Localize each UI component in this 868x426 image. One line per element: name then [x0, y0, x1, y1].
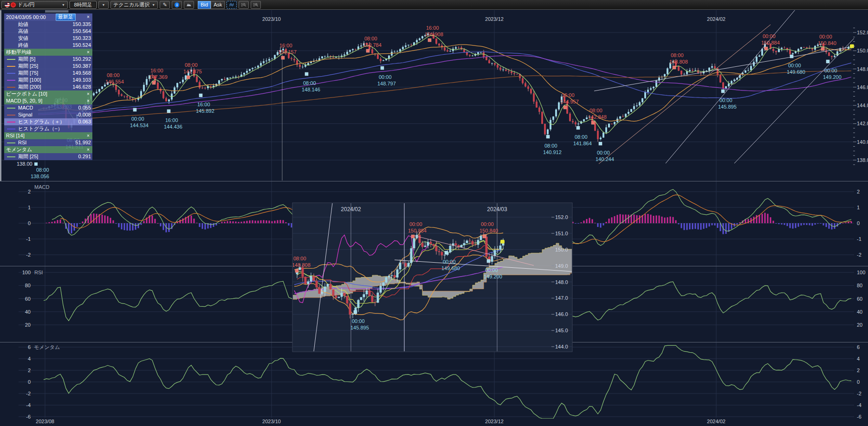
series-color-swatch — [7, 129, 15, 129]
annotation-time: 16:00 — [426, 25, 439, 31]
panel-drag-handle[interactable] — [45, 10, 68, 13]
annotation-price: 141.864 — [573, 141, 592, 146]
zoom-in-button[interactable] — [251, 1, 261, 9]
price-axis-label: 150.0 — [857, 48, 868, 53]
section-label: MACD [5, 20, 9] — [6, 97, 42, 104]
date-label-bottom: 2023/08 — [36, 419, 54, 424]
annotation-price: 148.808 — [292, 262, 311, 268]
left-price-tag: 138.0008:00138.056 — [17, 161, 49, 179]
row-label: ヒストグラム（＋） — [18, 118, 65, 125]
timeframe-dropdown-button[interactable]: ▼ — [98, 1, 109, 9]
axis-label: 0 — [28, 379, 31, 385]
close-icon[interactable]: × — [85, 132, 91, 139]
trend-line[interactable] — [599, 25, 771, 164]
series-color-swatch — [7, 73, 15, 74]
legend-row-2: 高値150.564 — [4, 28, 92, 35]
rsi-pane-label: RSI — [34, 270, 43, 275]
trend-line[interactable] — [734, 32, 860, 163]
inset-price-label: 147.0 — [555, 295, 568, 301]
row-label: 始値 — [18, 21, 28, 28]
pencil-icon: ✎ — [163, 2, 167, 8]
row-value: 51.992 — [75, 139, 91, 146]
currency-pair-selector[interactable]: ドル/円 ▼ — [1, 1, 68, 9]
close-icon[interactable]: × — [85, 97, 91, 104]
axis-label: 1 — [28, 205, 31, 210]
date-label-top: 2023/12 — [485, 16, 504, 22]
main-price-pane[interactable]: 08:00146.55416:00147.36908:00147.87516:0… — [0, 9, 860, 181]
inset-date-label: 2024/03 — [487, 206, 507, 213]
current-bar-datetime: 2024/03/05 00:00 — [6, 13, 46, 21]
date-label-top: 2023/10 — [262, 16, 281, 22]
axis-label: 6 — [857, 344, 860, 350]
close-icon[interactable]: × — [85, 90, 91, 97]
series-color-swatch — [7, 108, 15, 109]
axis-label: -2 — [857, 391, 862, 396]
annotation-time: 08:00 — [185, 62, 198, 68]
chart-type-button[interactable] — [227, 1, 237, 9]
chart-area[interactable]: 08:00146.55416:00147.36908:00147.87516:0… — [0, 0, 868, 426]
row-label: ヒストグラム（−） — [18, 125, 63, 132]
row-label: 終値 — [18, 42, 28, 49]
close-icon[interactable]: × — [85, 49, 91, 56]
chart-annotation: 00:00145.895 — [718, 90, 737, 110]
chart-annotation: 08:00141.864 — [573, 126, 592, 146]
chart-annotation: 08:00142.848 — [588, 108, 607, 124]
legend-row-7: 期間 [25]150.387 — [4, 63, 92, 70]
row-value: -0.008 — [77, 111, 91, 118]
date-label-bottom: 2024/02 — [707, 419, 725, 424]
zoom-out-button[interactable] — [239, 1, 249, 9]
row-label: MACD — [18, 104, 33, 111]
zoom-in-icon — [253, 2, 258, 8]
inset-price-label: 145.0 — [555, 328, 568, 333]
axis-label: -2 — [857, 252, 862, 258]
latest-bar-button[interactable]: 最新足 — [56, 13, 76, 21]
price-axis-label: 152.0 — [857, 30, 868, 35]
bid-button[interactable]: Bid — [198, 1, 211, 9]
price-axis-label: 148.0 — [857, 66, 868, 72]
close-icon[interactable]: × — [85, 146, 91, 153]
legend-row-18: RSI51.992 — [4, 139, 92, 146]
technical-select-button[interactable]: テクニカル選択 ▼ — [110, 1, 158, 9]
annotation-time: 00:00 — [409, 221, 422, 227]
date-label-bottom: 2023/12 — [485, 419, 504, 424]
annotation-time: 16:00 — [150, 68, 163, 73]
axis-label: -2 — [26, 252, 31, 258]
annotation-time: 08:00 — [36, 167, 49, 173]
row-value: 150.564 — [72, 28, 91, 35]
axis-label: 40 — [857, 309, 862, 315]
legend-row-5: 移動平均線× — [4, 49, 92, 56]
inset-chart-window[interactable]: 08:00148.80800:00150.88400:00150.84000:0… — [280, 203, 576, 352]
annotation-time: 00:00 — [819, 34, 832, 39]
legend-row-3: 安値150.323 — [4, 35, 92, 42]
timeframe-display: 8時間足 — [70, 1, 97, 9]
draw-pencil-button[interactable]: ✎ — [160, 1, 170, 9]
row-value: 149.568 — [72, 70, 91, 77]
annotation-time: 00:00 — [131, 116, 144, 122]
legend-row-16: ヒストグラム（−） — [4, 125, 92, 132]
annotation-time: 08:00 — [575, 134, 588, 140]
legend-row-6: 期間 [5]150.292 — [4, 56, 92, 63]
series-color-swatch — [7, 115, 15, 116]
us-flag-icon — [4, 2, 10, 8]
axis-label: 2 — [28, 189, 31, 194]
inset-price-label: 146.0 — [555, 311, 568, 317]
annotation-time: 08:00 — [589, 108, 602, 113]
axis-label: 2 — [857, 368, 860, 373]
trading-app-window: ドル/円 ▼ 8時間足 ▼ テクニカル選択 ▼ ✎ i Bid Ask — [0, 0, 868, 426]
annotation-price: 144.957 — [560, 99, 579, 104]
zoom-out-icon — [241, 2, 246, 8]
legend-row-10: 期間 [200]146.628 — [4, 84, 92, 90]
mountain-chart-button[interactable] — [184, 1, 194, 9]
ask-button[interactable]: Ask — [211, 1, 225, 9]
momentum-pane[interactable]: 6モメンタム420-2-4-66420-2-4-62023/082023/102… — [19, 344, 862, 424]
row-value: 0.291 — [78, 153, 91, 160]
info-icon: i — [175, 2, 179, 7]
trend-line[interactable] — [594, 45, 859, 91]
axis-label: 0 — [857, 379, 860, 385]
close-icon[interactable]: × — [85, 13, 91, 21]
currency-pair-label: ドル/円 — [18, 1, 35, 8]
annotation-time: 00:00 — [719, 97, 732, 103]
info-button[interactable]: i — [172, 1, 182, 9]
series-color-swatch — [7, 142, 15, 143]
section-label: 移動平均線 — [6, 49, 32, 56]
